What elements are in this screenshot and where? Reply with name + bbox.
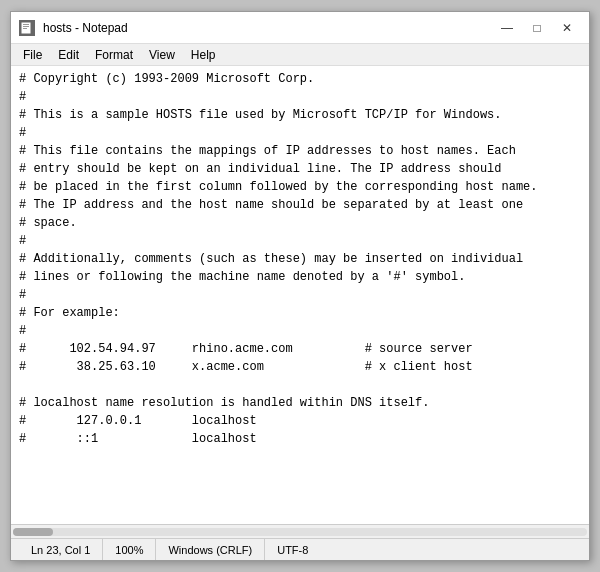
line-ending: Windows (CRLF) [156,539,265,560]
svg-rect-1 [23,24,29,25]
scrollbar-track[interactable] [13,528,587,536]
minimize-button[interactable]: — [493,17,521,39]
svg-rect-3 [23,28,27,29]
title-bar-left: hosts - Notepad [19,20,128,36]
encoding: UTF-8 [265,539,320,560]
menu-edit[interactable]: Edit [50,46,87,64]
menu-view[interactable]: View [141,46,183,64]
maximize-button[interactable]: □ [523,17,551,39]
title-bar-controls: — □ ✕ [493,17,581,39]
editor-content[interactable]: # Copyright (c) 1993-2009 Microsoft Corp… [19,70,581,520]
zoom-level: 100% [103,539,156,560]
title-bar: hosts - Notepad — □ ✕ [11,12,589,44]
menu-bar: File Edit Format View Help [11,44,589,66]
scrollbar-thumb[interactable] [13,528,53,536]
status-bar: Ln 23, Col 1 100% Windows (CRLF) UTF-8 [11,538,589,560]
svg-rect-2 [23,26,29,27]
app-icon [19,20,35,36]
editor-area[interactable]: # Copyright (c) 1993-2009 Microsoft Corp… [11,66,589,524]
window-title: hosts - Notepad [43,21,128,35]
notepad-window: hosts - Notepad — □ ✕ File Edit Format V… [10,11,590,561]
cursor-position: Ln 23, Col 1 [19,539,103,560]
menu-help[interactable]: Help [183,46,224,64]
menu-file[interactable]: File [15,46,50,64]
menu-format[interactable]: Format [87,46,141,64]
close-button[interactable]: ✕ [553,17,581,39]
horizontal-scrollbar[interactable] [11,524,589,538]
